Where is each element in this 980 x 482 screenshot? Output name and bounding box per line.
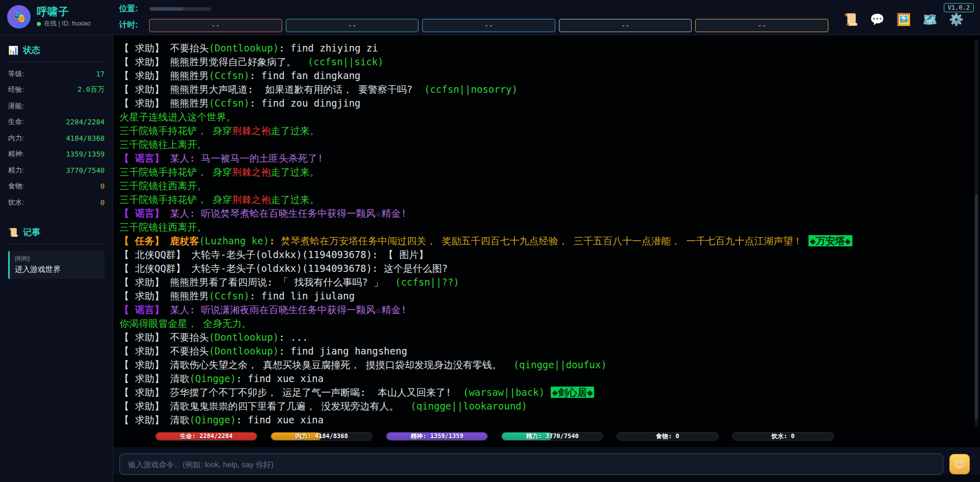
status-rows: 等级:17经验:2.0百万潜能:生命:2284/2284内力:4184/8368…	[8, 69, 105, 207]
command-input[interactable]	[119, 453, 943, 475]
emoji-button[interactable]: 😊	[949, 454, 970, 474]
mud-client-window: 🎭 呼啸子 在线 | ID: huxiao 位置: 计时: ----------…	[0, 0, 980, 482]
stat-bar-label: 精神: 1359/1359	[386, 433, 487, 440]
timer-slot[interactable]: --	[559, 19, 692, 32]
scroll-icon[interactable]: 📜	[843, 14, 858, 26]
chat-segment: (ccfsn||??)	[395, 276, 459, 288]
chat-line: 【 谣言】 某人: 马一被马一的土匪头杀死了!	[119, 151, 968, 165]
stat-row: 精力:3770/7540	[8, 166, 105, 175]
location-label: 位置:	[119, 4, 138, 14]
chat-line: 三千院镜手持花铲， 身穿荆棘之袍走了过来。	[119, 165, 968, 179]
chat-segment: (Ccfsn)	[209, 290, 250, 301]
chat-line: 【 谣言】 某人: 听说潇湘夜雨在百晓生任务中获得一颗风☆精金!	[119, 303, 968, 317]
version-badge: V1.0.2	[944, 3, 974, 12]
chat-segment: (ccfsn||sick)	[308, 56, 384, 67]
smiley-icon: 😊	[954, 458, 965, 470]
timer-slot[interactable]: --	[149, 19, 282, 32]
chat-icon[interactable]: 💬	[870, 14, 885, 26]
chat-segment: 某人: 听说焚琴煮蛤在百晓生任务中获得一颗风☆精金!	[164, 208, 406, 219]
online-status-dot	[37, 22, 41, 26]
timer-slot[interactable]: --	[286, 19, 419, 32]
chat-segment: 你渴得眼冒金星， 全身无力。	[119, 318, 251, 329]
timer-slot[interactable]: --	[422, 19, 555, 32]
stat-value: 2.0百万	[78, 85, 105, 94]
chat-line: 你渴得眼冒金星， 全身无力。	[119, 317, 968, 331]
notes-list: [刚刚]进入游戏世界	[8, 251, 105, 279]
chat-segment: (Dontlookup)	[209, 332, 279, 343]
stat-bar: 生命: 2284/2284	[155, 432, 257, 441]
toolbar-icons: 📜💬🖼️🗺️⚙️	[843, 14, 964, 26]
stat-row: 食物:0	[8, 182, 105, 191]
chat-segment: 【 求助】 熊熊胜男大声吼道: 如果道歉有用的话， 要警察干吗?	[119, 84, 424, 95]
chat-segment: 【 求助】 熊熊胜男看了看四周说: 「 找我有什么事吗? 」	[119, 276, 395, 288]
chat-segment: : find zhiying zi	[279, 42, 378, 54]
main-column: 【 求助】 不要抬头(Dontlookup): find zhiying zi【…	[113, 35, 980, 482]
chat-line: 【 求助】 清歌伤心失望之余， 真想买块臭豆腐撞死， 摸摸口袋却发现身边没有零钱…	[119, 358, 968, 372]
stat-value: 4184/8368	[66, 134, 105, 142]
stat-label: 经验:	[8, 85, 24, 94]
chat-segment: 某人: 马一被马一的土匪头杀死了!	[164, 153, 323, 164]
chat-segment: 火星子连线进入这个世界。	[119, 111, 236, 122]
chat-line: 三千院镜手持花铲， 身穿荆棘之袍走了过来。	[119, 124, 968, 138]
chat-segment: 【 求助】 莎华摆了个不丁不卯步， 运足了气一声断喝: 本山人又回来了!	[119, 387, 463, 398]
note-item: [刚刚]进入游戏世界	[8, 251, 105, 279]
stat-bar: 内力: 4184/8368	[271, 432, 373, 441]
chat-segment: 【 求助】 清歌伤心失望之余， 真想买块臭豆腐撞死， 摸摸口袋却发现身边没有零钱…	[119, 359, 513, 370]
stat-label: 生命:	[8, 117, 24, 126]
location-badge[interactable]: ◆万安塔◆	[808, 235, 852, 246]
gallery-icon[interactable]: 🖼️	[896, 14, 911, 26]
stat-row: 精神:1359/1359	[8, 149, 105, 159]
chat-segment: 【 求助】 清歌	[119, 414, 189, 425]
stat-label: 等级:	[8, 69, 24, 79]
chat-line: 【 求助】 熊熊胜男看了看四周说: 「 找我有什么事吗? 」 (ccfsn||?…	[119, 275, 968, 289]
chat-segment: 三千院镜往西离开。	[119, 221, 207, 233]
stat-value: 0	[101, 198, 105, 207]
game-log-panel: 【 求助】 不要抬头(Dontlookup): find zhiying zi【…	[113, 35, 980, 447]
chat-line: 【 求助】 清歌(Qingge): find xue xina	[119, 413, 968, 427]
chat-line: 【 求助】 熊熊胜男(Ccfsn): find lin jiulang	[119, 289, 968, 303]
location-badge[interactable]: ◆剑心居◆	[551, 387, 595, 398]
chat-line: 【 谣言】 某人: 听说焚琴煮蛤在百晓生任务中获得一颗风☆精金!	[119, 207, 968, 220]
chat-scrollbar[interactable]	[974, 39, 978, 427]
stat-value: 3770/7540	[66, 166, 105, 174]
footer-strip	[113, 475, 980, 482]
stat-bar-label: 生命: 2284/2284	[156, 433, 257, 440]
player-name: 呼啸子	[37, 6, 90, 18]
note-time: [刚刚]	[15, 255, 100, 263]
avatar[interactable]: 🎭	[7, 5, 31, 29]
chat-line: 【 求助】 清歌鬼鬼祟祟的四下里看了几遍， 没发现旁边有人。 (qingge||…	[119, 399, 968, 413]
chat-segment: : find fan dingkang	[250, 70, 360, 81]
chat-segment: (Dontlookup)	[209, 345, 279, 357]
timer-label: 计时:	[119, 20, 138, 31]
stat-label: 潜能:	[8, 102, 24, 111]
location-progress-fill	[150, 7, 183, 11]
timer-slot[interactable]: --	[695, 19, 828, 32]
chat-segment: : find xue xina	[236, 373, 324, 384]
map-icon[interactable]: 🗺️	[923, 14, 938, 26]
settings-icon[interactable]: ⚙️	[949, 14, 964, 26]
header: 🎭 呼啸子 在线 | ID: huxiao 位置: 计时: ----------…	[0, 0, 980, 35]
chat-line: 三千院镜手持花铲， 身穿荆棘之袍走了过来。	[119, 193, 968, 207]
chat-segment: 三千院镜往上离开。	[119, 139, 207, 150]
chat-line: 火星子连线进入这个世界。	[119, 110, 968, 124]
chat-line: 【 求助】 不要抬头(Dontlookup): find zhiying zi	[119, 41, 968, 55]
stat-bar: 饮水: 0	[732, 432, 834, 441]
note-text: 进入游戏世界	[15, 265, 100, 274]
stat-row: 等级:17	[8, 69, 105, 79]
chat-segment: (Ccfsn)	[209, 70, 250, 81]
content: 📊 状态 等级:17经验:2.0百万潜能:生命:2284/2284内力:4184…	[0, 35, 980, 482]
chat-segment: 【 求助】 熊熊胜男	[119, 97, 209, 109]
chat-segment: 【 任务】 鹿杖客	[119, 235, 199, 246]
chat-scrollbar-thumb[interactable]	[975, 194, 978, 419]
stat-row: 内力:4184/8368	[8, 134, 105, 143]
chat-segment: : find xue xina	[236, 414, 324, 425]
chat-segment: 荆棘之袍	[232, 166, 271, 177]
chat-segment: 三千院镜手持花铲， 身穿	[119, 166, 232, 177]
stat-bar-label: 内力: 4184/8368	[271, 433, 372, 440]
chat-segment: 【 求助】 清歌鬼鬼祟祟的四下里看了几遍， 没发现旁边有人。	[119, 400, 410, 412]
stat-value: 0	[101, 182, 105, 190]
chat-segment: 【 谣言】	[119, 304, 164, 315]
stat-bar: 精神: 1359/1359	[386, 432, 488, 441]
chat-segment: (qingge||doufux)	[513, 359, 607, 370]
chat-segment: 焚琴煮蛤在万安塔任务中闯过四关， 奖励五千四百七十九点经验， 三千五百八十一点潜…	[281, 235, 808, 246]
